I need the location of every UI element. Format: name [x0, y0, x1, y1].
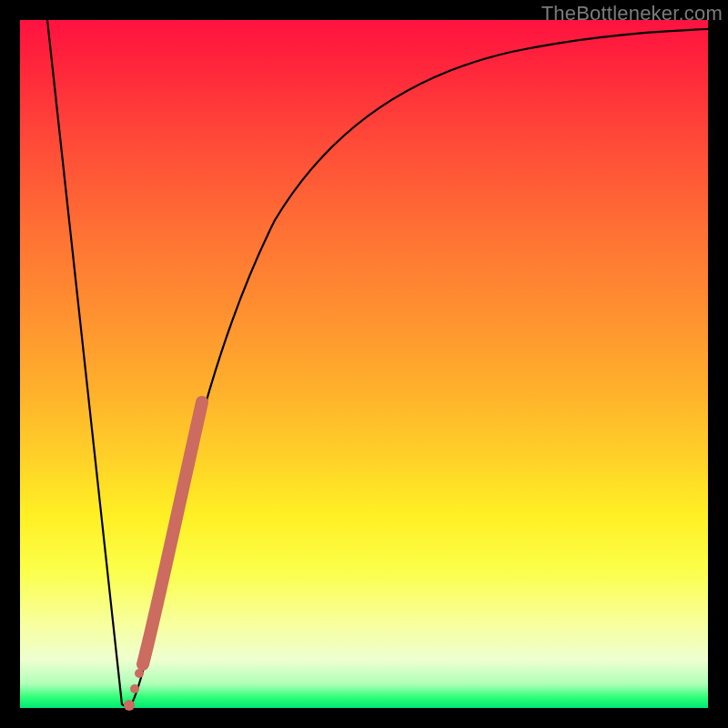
curve-path [47, 20, 708, 708]
highlight-dot [124, 700, 135, 711]
watermark-text: TheBottleneker.com [541, 2, 723, 25]
highlight-dot [135, 669, 144, 678]
bottleneck-curve [20, 20, 708, 708]
highlight-dot [130, 684, 139, 693]
chart-frame: TheBottleneker.com [0, 0, 728, 728]
highlight-segment [143, 402, 202, 664]
plot-area [20, 20, 708, 708]
